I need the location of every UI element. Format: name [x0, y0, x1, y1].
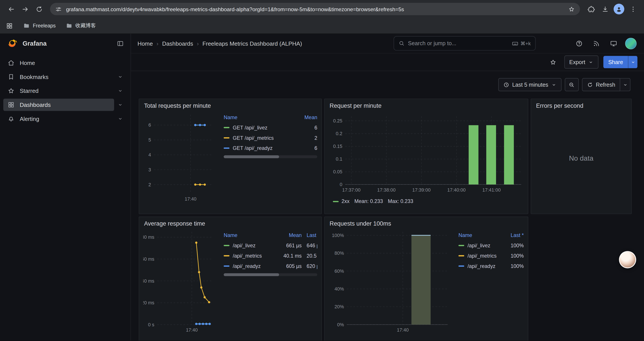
bookmark-icon	[8, 73, 15, 81]
share-menu-button[interactable]	[628, 56, 638, 68]
breadcrumb-dashboards[interactable]: Dashboards	[162, 40, 193, 47]
sidebar-link-bookmarks[interactable]: Bookmarks	[3, 71, 114, 83]
legend-scrollbar[interactable]	[224, 155, 318, 158]
star-icon	[8, 87, 15, 95]
avg-response-chart[interactable]: 80 ms60 ms40 ms20 ms0 s17:40	[143, 228, 217, 337]
panel-header[interactable]: Requests under 100ms	[325, 217, 528, 228]
sidebar-link-alerting[interactable]: Alerting	[3, 113, 114, 125]
bookmark-folder-freeleaps[interactable]: Freeleaps	[23, 22, 56, 29]
browser-menu-button[interactable]	[626, 2, 640, 16]
bookmark-folder-blogs[interactable]: 收藏博客	[66, 22, 96, 29]
browser-chrome: grafana.mathmast.com/d/deytv4rwavabkb/fr…	[0, 0, 644, 34]
bell-icon	[8, 115, 15, 122]
series-name[interactable]: /api/_metrics	[468, 253, 503, 259]
time-range-picker[interactable]: Last 5 minutes	[498, 78, 561, 91]
profile-avatar	[614, 4, 624, 15]
series-name[interactable]: /api/_livez	[233, 243, 276, 248]
expand-bookmarks-button[interactable]	[114, 71, 126, 83]
breadcrumb-home[interactable]: Home	[138, 40, 153, 47]
sidebar-link-home[interactable]: Home	[3, 57, 126, 69]
panel-total-requests: Total requests per minute 6543217:40 Nam…	[139, 99, 322, 214]
legend-col-mean[interactable]: Mean	[276, 232, 302, 238]
panel-toggle-icon	[116, 40, 124, 47]
user-menu-button[interactable]	[624, 37, 638, 50]
legend-header-row: Name Last *	[458, 230, 524, 240]
shortcut-text: ⌘+k	[520, 40, 531, 46]
url-bar[interactable]: grafana.mathmast.com/d/deytv4rwavabkb/fr…	[50, 3, 580, 15]
person-icon	[615, 5, 623, 13]
assistant-avatar-button[interactable]	[619, 251, 636, 268]
extensions-button[interactable]	[584, 2, 598, 16]
export-button[interactable]: Export	[564, 56, 598, 69]
legend-col-last[interactable]: Last *	[307, 232, 318, 238]
series-last: 100%	[503, 253, 524, 259]
legend-col-name[interactable]: Name	[458, 232, 503, 238]
back-button[interactable]	[4, 2, 18, 16]
bookmark-label: Freeleaps	[33, 23, 56, 29]
sidebar-link-starred[interactable]: Starred	[3, 85, 114, 97]
news-button[interactable]	[590, 37, 603, 50]
total-requests-chart[interactable]: 6543217:40	[143, 110, 217, 206]
search-input[interactable]: Search or jump to... ⌘+k	[394, 36, 536, 51]
series-swatch	[224, 137, 230, 138]
refresh-button[interactable]: Refresh	[582, 78, 620, 91]
requests-under-100ms-chart[interactable]: 100%80%60%40%20%0%17:40	[329, 228, 452, 337]
legend-row: /api/_livez 100%	[458, 240, 524, 251]
grafana-logo[interactable]	[8, 38, 18, 49]
reload-button[interactable]	[32, 2, 46, 16]
scrollbar-thumb[interactable]	[224, 155, 279, 158]
scrollbar-thumb[interactable]	[224, 273, 279, 276]
sidebar-link-dashboards[interactable]: Dashboards	[3, 99, 114, 111]
apps-grid-button[interactable]	[6, 22, 13, 30]
series-swatch	[224, 255, 230, 256]
panel-header[interactable]: Average response time	[139, 217, 321, 228]
legend-col-name[interactable]: Name	[224, 114, 292, 120]
refresh-split-button: Refresh	[582, 78, 630, 91]
panel-header[interactable]: Total requests per minute	[139, 99, 321, 110]
svg-text:17:37:00: 17:37:00	[342, 187, 360, 193]
legend-scrollbar[interactable]	[224, 273, 318, 276]
series-name[interactable]: /api/_readyz	[233, 263, 276, 269]
zoom-out-button[interactable]	[565, 78, 579, 91]
series-name[interactable]: /api/_readyz	[468, 263, 503, 269]
series-swatch	[224, 245, 230, 246]
request-per-minute-chart[interactable]: 00.050.10.150.20.2517:37:0017:38:0017:39…	[329, 110, 526, 197]
sidebar-collapse-button[interactable]	[116, 40, 124, 47]
panel-header[interactable]: Request per minute	[325, 99, 528, 110]
browser-window: grafana.mathmast.com/d/deytv4rwavabkb/fr…	[0, 0, 644, 340]
profile-button[interactable]	[612, 2, 626, 16]
series-name[interactable]: /api/_livez	[468, 243, 503, 248]
site-info-icon[interactable]	[55, 6, 62, 13]
svg-text:20 ms: 20 ms	[143, 300, 154, 305]
legend-col-name[interactable]: Name	[224, 232, 276, 238]
expand-dashboards-button[interactable]	[114, 99, 126, 111]
legend-col-last[interactable]: Last *	[503, 232, 524, 238]
series-name[interactable]: /api/_metrics	[233, 253, 276, 259]
kiosk-mode-button[interactable]	[607, 37, 620, 50]
share-button[interactable]: Share	[604, 56, 628, 68]
series-name[interactable]: GET /api/_readyz	[233, 145, 292, 151]
chevron-down-icon	[622, 82, 628, 87]
svg-text:17:40: 17:40	[184, 196, 196, 202]
bookmark-star-icon[interactable]	[568, 6, 575, 13]
series-name[interactable]: 2xx	[342, 198, 350, 204]
series-name[interactable]: GET /api/_livez	[233, 125, 292, 130]
monitor-icon	[610, 40, 618, 47]
legend-table: Name Last * /api/_livez 100% /api/_metri…	[458, 230, 524, 337]
help-button[interactable]	[572, 37, 586, 50]
refresh-interval-button[interactable]	[620, 78, 630, 91]
series-last: 20.5 ms	[307, 253, 318, 259]
downloads-button[interactable]	[598, 2, 612, 16]
series-name[interactable]: GET /api/_metrics	[233, 135, 292, 141]
forward-button[interactable]	[18, 2, 32, 16]
expand-starred-button[interactable]	[114, 85, 126, 97]
expand-alerting-button[interactable]	[114, 113, 126, 125]
time-controls: Last 5 minutes Refresh	[498, 78, 630, 91]
sidebar-item-label: Alerting	[20, 115, 39, 122]
dashboard-content: Last 5 minutes Refresh	[131, 71, 644, 340]
back-icon	[7, 5, 15, 13]
chevron-down-icon	[118, 88, 123, 94]
panel-header[interactable]: Errors per second	[531, 99, 631, 110]
favorite-dashboard-button[interactable]	[547, 56, 560, 68]
legend-col-mean[interactable]: Mean	[292, 114, 317, 120]
